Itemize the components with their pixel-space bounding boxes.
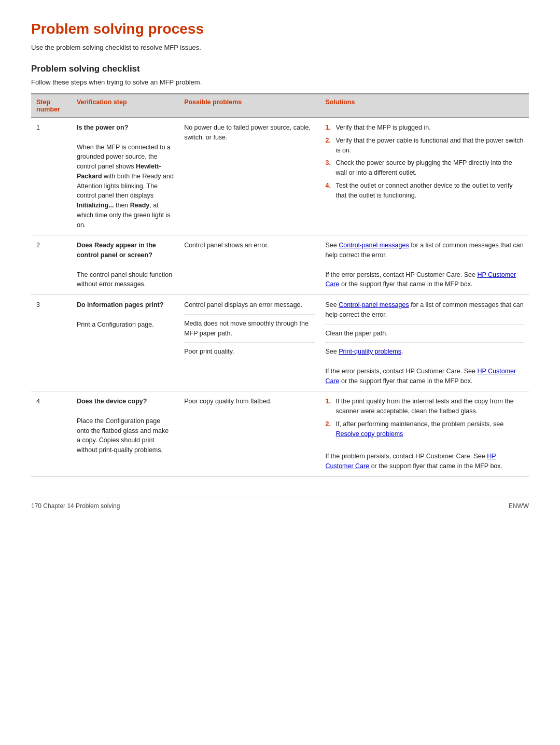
solution-num: 1.	[325, 397, 332, 416]
col-step: Stepnumber	[31, 94, 72, 118]
solution-sub: See Print-quality problems. If the error…	[325, 342, 524, 386]
problem-sub: Poor print quality.	[184, 342, 315, 357]
table-header-row: Stepnumber Verification step Possible pr…	[31, 94, 529, 118]
verification-step: Do information pages print? Print a Conf…	[72, 295, 179, 391]
solution-para: See Print-quality problems.	[325, 347, 524, 357]
verification-bold: Is the power on?	[77, 124, 128, 131]
verification-step: Is the power on? When the MFP is connect…	[72, 118, 179, 235]
page-subtitle: Use the problem solving checklist to res…	[31, 44, 529, 51]
solutions-cell: See Control-panel messages for a list of…	[320, 295, 529, 391]
step-number: 2	[31, 235, 72, 295]
checklist-table: Stepnumber Verification step Possible pr…	[31, 93, 529, 477]
solution-text: Verify that the power cable is functiona…	[335, 136, 524, 156]
page-footer: 170 Chapter 14 Problem solving ENWW	[31, 498, 529, 510]
page-title: Problem solving process	[31, 21, 529, 37]
solution-para: If the error persists, contact HP Custom…	[325, 367, 524, 386]
step-number: 3	[31, 295, 72, 391]
control-panel-messages-link[interactable]: Control-panel messages	[339, 301, 409, 308]
hewlett-packard-text: Hewlett-Packard	[77, 163, 161, 180]
possible-problems: Control panel displays an error message.…	[179, 295, 320, 391]
table-row: 1 Is the power on? When the MFP is conne…	[31, 118, 529, 235]
solution-num: 2.	[325, 419, 332, 439]
hp-customer-care-link[interactable]: HP Customer Care	[325, 453, 496, 470]
print-quality-link[interactable]: Print-quality problems	[339, 348, 401, 355]
footer-left: 170 Chapter 14 Problem solving	[31, 502, 120, 510]
solutions-cell: 1.If the print quality from the internal…	[320, 391, 529, 476]
solutions-cell: See Control-panel messages for a list of…	[320, 235, 529, 295]
col-solutions: Solutions	[320, 94, 529, 118]
col-verification: Verification step	[72, 94, 179, 118]
col-problems: Possible problems	[179, 94, 320, 118]
solution-text: Check the power source by plugging the M…	[335, 158, 524, 178]
section-title: Problem solving checklist	[31, 64, 529, 74]
solution-para: See Control-panel messages for a list of…	[325, 241, 524, 260]
solution-sub: Clean the paper path.	[325, 324, 524, 339]
initializing-text: Initializing...	[77, 202, 114, 209]
table-row: 2 Does Ready appear in the control panel…	[31, 235, 529, 295]
ready-text: Ready	[130, 202, 150, 209]
solution-text: If the print quality from the internal t…	[335, 397, 524, 416]
verification-step: Does Ready appear in the control panel o…	[72, 235, 179, 295]
verification-bold: Does the device copy?	[77, 398, 147, 405]
solutions-cell: 1.Verify that the MFP is plugged in. 2.V…	[320, 118, 529, 235]
table-row: 3 Do information pages print? Print a Co…	[31, 295, 529, 391]
table-row: 4 Does the device copy? Place the Config…	[31, 391, 529, 476]
solution-text: Verify that the MFP is plugged in.	[335, 123, 430, 133]
possible-problems: No power due to failed power source, cab…	[179, 118, 320, 235]
solution-footer: If the problem persists, contact HP Cust…	[325, 452, 524, 471]
problem-sub: Media does not move smoothly through the…	[184, 314, 315, 339]
verification-bold: Does Ready appear in the control panel o…	[77, 242, 156, 259]
hp-customer-care-link[interactable]: HP Customer Care	[325, 271, 516, 288]
solution-para: If the error persists, contact HP Custom…	[325, 270, 524, 290]
footer-right: ENWW	[509, 502, 529, 510]
solution-text: Test the outlet or connect another devic…	[335, 181, 524, 201]
step-number: 4	[31, 391, 72, 476]
verification-bold: Do information pages print?	[77, 301, 163, 308]
step-number: 1	[31, 118, 72, 235]
hp-customer-care-link[interactable]: HP Customer Care	[325, 368, 516, 385]
solution-para: See Control-panel messages for a list of…	[325, 300, 524, 320]
solution-num: 1.	[325, 123, 332, 133]
solution-num: 4.	[325, 181, 332, 201]
solution-num: 2.	[325, 136, 332, 156]
possible-problems: Control panel shows an error.	[179, 235, 320, 295]
solution-text: If, after performing maintenance, the pr…	[335, 419, 524, 439]
section-desc: Follow these steps when trying to solve …	[31, 78, 529, 86]
possible-problems: Poor copy quality from flatbed.	[179, 391, 320, 476]
resolve-copy-link[interactable]: Resolve copy problems	[335, 430, 403, 438]
solution-num: 3.	[325, 158, 332, 178]
control-panel-messages-link[interactable]: Control-panel messages	[339, 242, 409, 249]
verification-step: Does the device copy? Place the Configur…	[72, 391, 179, 476]
